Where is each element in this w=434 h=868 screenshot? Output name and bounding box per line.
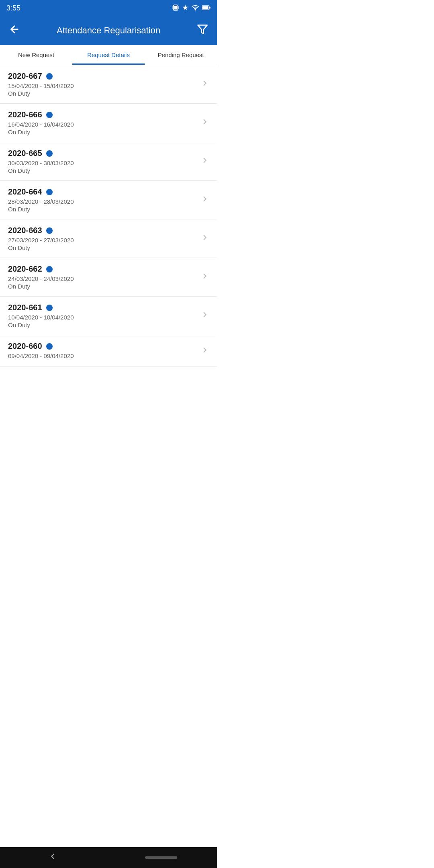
chevron-right-icon	[201, 233, 209, 244]
request-type: On Duty	[8, 129, 198, 135]
status-dot	[46, 150, 53, 157]
request-date-range: 10/04/2020 - 10/04/2020	[8, 314, 198, 321]
request-date-range: 24/03/2020 - 24/03/2020	[8, 275, 198, 282]
list-item[interactable]: 2020-66428/03/2020 - 28/03/2020On Duty	[0, 181, 217, 219]
status-dot	[46, 227, 53, 234]
svg-marker-4	[182, 4, 188, 10]
request-id: 2020-662	[8, 264, 42, 274]
request-date-range: 09/04/2020 - 09/04/2020	[8, 352, 198, 359]
status-time: 3:55	[6, 4, 20, 12]
tab-pending-request[interactable]: Pending Request	[145, 45, 217, 65]
status-dot	[46, 73, 53, 80]
request-type: On Duty	[8, 283, 198, 290]
battery-icon	[202, 5, 211, 12]
request-id: 2020-664	[8, 187, 42, 197]
status-bar: 3:55	[0, 0, 217, 16]
svg-rect-3	[174, 6, 177, 9]
chevron-right-icon	[201, 311, 209, 321]
request-id: 2020-667	[8, 72, 42, 81]
status-dot	[46, 189, 53, 195]
list-item[interactable]: 2020-66224/03/2020 - 24/03/2020On Duty	[0, 258, 217, 297]
chevron-right-icon	[201, 195, 209, 205]
status-dot	[46, 343, 53, 350]
status-dot	[46, 112, 53, 118]
request-date-range: 30/03/2020 - 30/03/2020	[8, 160, 198, 166]
request-date-range: 28/03/2020 - 28/03/2020	[8, 198, 198, 205]
list-item[interactable]: 2020-66715/04/2020 - 15/04/2020On Duty	[0, 65, 217, 104]
vibrate-icon	[172, 4, 179, 12]
request-list: 2020-66715/04/2020 - 15/04/2020On Duty20…	[0, 65, 217, 367]
list-item[interactable]: 2020-66110/04/2020 - 10/04/2020On Duty	[0, 297, 217, 335]
svg-marker-9	[198, 25, 207, 34]
request-id: 2020-660	[8, 342, 42, 351]
status-icons	[172, 4, 211, 12]
tabs-bar: New Request Request Details Pending Requ…	[0, 45, 217, 65]
chevron-right-icon	[201, 272, 209, 282]
request-id: 2020-661	[8, 303, 42, 312]
chevron-right-icon	[201, 79, 209, 89]
status-dot	[46, 305, 53, 311]
request-date-range: 15/04/2020 - 15/04/2020	[8, 82, 198, 89]
app-bar: Attendance Regularisation	[0, 16, 217, 45]
svg-rect-8	[209, 6, 211, 8]
list-item[interactable]: 2020-66327/03/2020 - 27/03/2020On Duty	[0, 219, 217, 258]
chevron-right-icon	[201, 118, 209, 128]
request-date-range: 27/03/2020 - 27/03/2020	[8, 237, 198, 244]
filter-button[interactable]	[194, 24, 211, 37]
chevron-right-icon	[201, 156, 209, 166]
request-type: On Duty	[8, 90, 198, 97]
request-type: On Duty	[8, 321, 198, 328]
svg-rect-7	[202, 6, 208, 9]
request-date-range: 16/04/2020 - 16/04/2020	[8, 121, 198, 128]
svg-rect-0	[173, 6, 174, 9]
request-type: On Duty	[8, 244, 198, 251]
signal-icon	[182, 4, 189, 12]
back-button[interactable]	[6, 24, 23, 37]
request-type: On Duty	[8, 206, 198, 213]
page-title: Attendance Regularisation	[23, 25, 194, 36]
wifi-icon	[191, 4, 199, 12]
svg-point-5	[195, 9, 196, 10]
request-id: 2020-665	[8, 149, 42, 158]
tab-new-request[interactable]: New Request	[0, 45, 72, 65]
list-item[interactable]: 2020-66616/04/2020 - 16/04/2020On Duty	[0, 104, 217, 142]
list-item[interactable]: 2020-66530/03/2020 - 30/03/2020On Duty	[0, 142, 217, 181]
request-type: On Duty	[8, 167, 198, 174]
chevron-right-icon	[201, 346, 209, 356]
svg-rect-1	[178, 6, 179, 9]
tab-request-details[interactable]: Request Details	[72, 45, 145, 65]
list-item[interactable]: 2020-66009/04/2020 - 09/04/2020	[0, 335, 217, 367]
request-id: 2020-666	[8, 110, 42, 119]
request-id: 2020-663	[8, 226, 42, 235]
status-dot	[46, 266, 53, 272]
